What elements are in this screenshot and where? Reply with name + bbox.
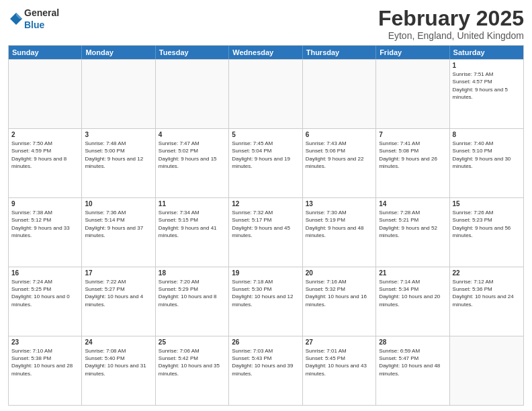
header-sunday: Sunday [9, 46, 82, 59]
week-row-3: 16Sunrise: 7:24 AMSunset: 5:25 PMDayligh… [9, 267, 523, 336]
calendar: Sunday Monday Tuesday Wednesday Thursday… [8, 45, 524, 406]
day-info-1-3: Sunrise: 7:45 AMSunset: 5:04 PMDaylight:… [232, 140, 299, 170]
logo-blue: Blue [24, 19, 44, 30]
day-info-3-3: Sunrise: 7:18 AMSunset: 5:30 PMDaylight:… [232, 278, 299, 308]
day-cell-1-3: 5Sunrise: 7:45 AMSunset: 5:04 PMDaylight… [229, 129, 302, 197]
day-info-3-1: Sunrise: 7:22 AMSunset: 5:27 PMDaylight:… [85, 278, 152, 308]
day-number-2-3: 12 [232, 200, 299, 208]
day-cell-4-4: 27Sunrise: 7:01 AMSunset: 5:45 PMDayligh… [303, 336, 376, 405]
day-number-0-6: 1 [453, 62, 521, 69]
day-cell-3-6: 22Sunrise: 7:12 AMSunset: 5:36 PMDayligh… [450, 267, 523, 336]
day-number-2-0: 9 [11, 200, 79, 208]
title-block: February 2025 Eyton, England, United Kin… [378, 7, 524, 41]
day-number-2-5: 14 [379, 200, 446, 208]
day-info-4-3: Sunrise: 7:03 AMSunset: 5:43 PMDaylight:… [232, 347, 299, 377]
day-cell-3-4: 20Sunrise: 7:16 AMSunset: 5:32 PMDayligh… [303, 267, 376, 336]
day-info-2-3: Sunrise: 7:32 AMSunset: 5:17 PMDaylight:… [232, 209, 299, 239]
day-cell-3-0: 16Sunrise: 7:24 AMSunset: 5:25 PMDayligh… [9, 267, 82, 336]
day-number-4-5: 28 [379, 338, 446, 346]
day-number-2-1: 10 [85, 200, 152, 208]
day-cell-2-5: 14Sunrise: 7:28 AMSunset: 5:21 PMDayligh… [376, 198, 449, 267]
header-tuesday: Tuesday [156, 46, 229, 59]
day-cell-2-1: 10Sunrise: 7:36 AMSunset: 5:14 PMDayligh… [82, 198, 155, 267]
day-number-1-3: 5 [232, 131, 299, 138]
day-cell-0-4 [303, 60, 376, 128]
day-cell-4-2: 25Sunrise: 7:06 AMSunset: 5:42 PMDayligh… [156, 336, 229, 405]
day-number-3-6: 22 [453, 269, 521, 277]
day-info-4-1: Sunrise: 7:08 AMSunset: 5:40 PMDaylight:… [85, 347, 152, 377]
day-number-2-4: 13 [306, 200, 373, 208]
day-number-1-6: 8 [453, 131, 521, 138]
week-row-0: 1Sunrise: 7:51 AMSunset: 4:57 PMDaylight… [9, 59, 523, 128]
week-row-4: 23Sunrise: 7:10 AMSunset: 5:38 PMDayligh… [9, 336, 523, 405]
day-info-1-1: Sunrise: 7:48 AMSunset: 5:00 PMDaylight:… [85, 140, 152, 170]
day-info-2-6: Sunrise: 7:26 AMSunset: 5:23 PMDaylight:… [453, 209, 521, 239]
day-info-2-1: Sunrise: 7:36 AMSunset: 5:14 PMDaylight:… [85, 209, 152, 239]
day-number-3-1: 17 [85, 269, 152, 277]
header-wednesday: Wednesday [229, 46, 302, 59]
logo-icon [9, 12, 23, 26]
day-number-4-4: 27 [306, 338, 373, 346]
day-cell-0-1 [82, 60, 155, 128]
day-cell-2-6: 15Sunrise: 7:26 AMSunset: 5:23 PMDayligh… [450, 198, 523, 267]
header-row: General Blue February 2025 Eyton, Englan… [8, 7, 524, 41]
day-cell-2-2: 11Sunrise: 7:34 AMSunset: 5:15 PMDayligh… [156, 198, 229, 267]
day-number-4-2: 25 [159, 338, 226, 346]
day-info-3-0: Sunrise: 7:24 AMSunset: 5:25 PMDaylight:… [11, 278, 79, 308]
day-number-4-0: 23 [11, 338, 79, 346]
logo: General Blue [8, 7, 59, 31]
day-info-1-2: Sunrise: 7:47 AMSunset: 5:02 PMDaylight:… [159, 140, 226, 170]
header-friday: Friday [376, 46, 449, 59]
day-cell-2-0: 9Sunrise: 7:38 AMSunset: 5:12 PMDaylight… [9, 198, 82, 267]
day-number-1-4: 6 [306, 131, 373, 138]
day-info-4-2: Sunrise: 7:06 AMSunset: 5:42 PMDaylight:… [159, 347, 226, 377]
day-info-4-4: Sunrise: 7:01 AMSunset: 5:45 PMDaylight:… [306, 347, 373, 377]
day-info-1-4: Sunrise: 7:43 AMSunset: 5:06 PMDaylight:… [306, 140, 373, 170]
day-info-0-6: Sunrise: 7:51 AMSunset: 4:57 PMDaylight:… [453, 71, 521, 101]
day-number-1-5: 7 [379, 131, 446, 138]
day-number-1-2: 4 [159, 131, 226, 138]
day-cell-4-6 [450, 336, 523, 405]
day-cell-4-3: 26Sunrise: 7:03 AMSunset: 5:43 PMDayligh… [229, 336, 302, 405]
day-cell-0-3 [229, 60, 302, 128]
day-number-3-5: 21 [379, 269, 446, 277]
day-info-1-0: Sunrise: 7:50 AMSunset: 4:59 PMDaylight:… [11, 140, 79, 170]
week-row-1: 2Sunrise: 7:50 AMSunset: 4:59 PMDaylight… [9, 128, 523, 197]
day-cell-1-6: 8Sunrise: 7:40 AMSunset: 5:10 PMDaylight… [450, 129, 523, 197]
day-cell-0-2 [156, 60, 229, 128]
calendar-body: 1Sunrise: 7:51 AMSunset: 4:57 PMDaylight… [9, 59, 523, 405]
day-cell-4-1: 24Sunrise: 7:08 AMSunset: 5:40 PMDayligh… [82, 336, 155, 405]
day-info-3-4: Sunrise: 7:16 AMSunset: 5:32 PMDaylight:… [306, 278, 373, 308]
day-number-3-2: 18 [159, 269, 226, 277]
day-number-2-6: 15 [453, 200, 521, 208]
calendar-header: Sunday Monday Tuesday Wednesday Thursday… [9, 46, 523, 59]
day-info-3-6: Sunrise: 7:12 AMSunset: 5:36 PMDaylight:… [453, 278, 521, 308]
logo-general: General [24, 7, 59, 18]
day-info-1-5: Sunrise: 7:41 AMSunset: 5:08 PMDaylight:… [379, 140, 446, 170]
day-cell-0-6: 1Sunrise: 7:51 AMSunset: 4:57 PMDaylight… [450, 60, 523, 128]
day-number-3-3: 19 [232, 269, 299, 277]
day-cell-1-5: 7Sunrise: 7:41 AMSunset: 5:08 PMDaylight… [376, 129, 449, 197]
day-cell-3-3: 19Sunrise: 7:18 AMSunset: 5:30 PMDayligh… [229, 267, 302, 336]
month-title: February 2025 [378, 7, 524, 30]
day-cell-1-1: 3Sunrise: 7:48 AMSunset: 5:00 PMDaylight… [82, 129, 155, 197]
day-number-3-4: 20 [306, 269, 373, 277]
day-info-2-2: Sunrise: 7:34 AMSunset: 5:15 PMDaylight:… [159, 209, 226, 239]
header-saturday: Saturday [450, 46, 523, 59]
day-cell-4-5: 28Sunrise: 6:59 AMSunset: 5:47 PMDayligh… [376, 336, 449, 405]
day-number-4-3: 26 [232, 338, 299, 346]
day-number-1-0: 2 [11, 131, 79, 138]
day-number-2-2: 11 [159, 200, 226, 208]
header-thursday: Thursday [303, 46, 376, 59]
day-cell-1-4: 6Sunrise: 7:43 AMSunset: 5:06 PMDaylight… [303, 129, 376, 197]
day-info-3-5: Sunrise: 7:14 AMSunset: 5:34 PMDaylight:… [379, 278, 446, 308]
day-info-2-5: Sunrise: 7:28 AMSunset: 5:21 PMDaylight:… [379, 209, 446, 239]
day-cell-0-5 [376, 60, 449, 128]
day-cell-3-5: 21Sunrise: 7:14 AMSunset: 5:34 PMDayligh… [376, 267, 449, 336]
day-number-4-1: 24 [85, 338, 152, 346]
day-cell-4-0: 23Sunrise: 7:10 AMSunset: 5:38 PMDayligh… [9, 336, 82, 405]
day-cell-0-0 [9, 60, 82, 128]
header-monday: Monday [82, 46, 155, 59]
day-cell-3-2: 18Sunrise: 7:20 AMSunset: 5:29 PMDayligh… [156, 267, 229, 336]
day-info-2-4: Sunrise: 7:30 AMSunset: 5:19 PMDaylight:… [306, 209, 373, 239]
